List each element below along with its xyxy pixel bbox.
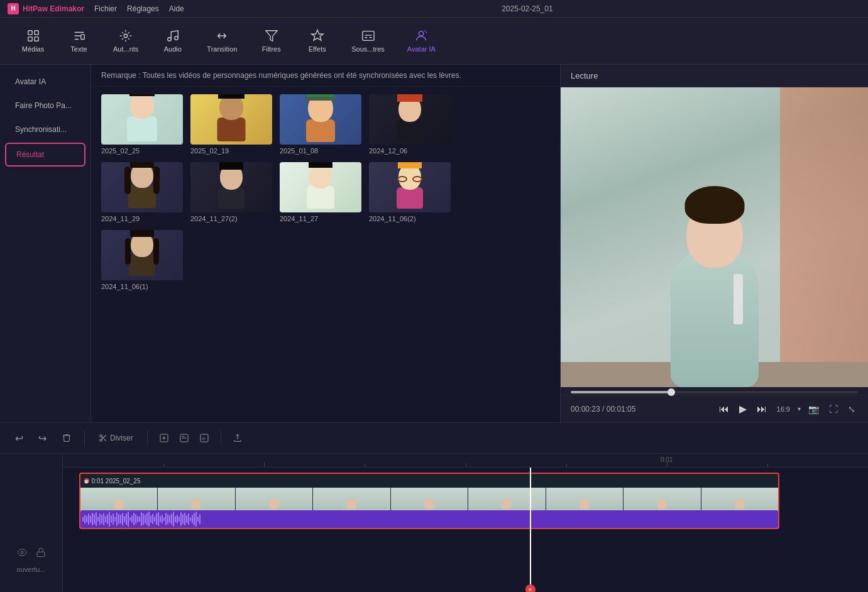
media-item-8[interactable]: 2024_11_06(2) [369,162,451,222]
media-thumb-2 [190,94,272,145]
sidebar-item-faire-photo[interactable]: Faire Photo Pa... [5,95,85,116]
tl-lock-icon[interactable] [34,545,48,559]
menu-fichier[interactable]: Fichier [94,4,117,13]
toolbar-medias-label: Médias [22,45,44,53]
svg-point-16 [21,551,23,554]
progress-bar[interactable] [571,391,858,393]
wbar [199,514,201,524]
toolbar-audio[interactable]: Audio [152,25,193,57]
wbar [194,513,195,525]
fullscreen-button[interactable]: ⛶ [827,403,840,415]
wbar [169,515,170,523]
divider-2 [147,430,148,446]
tl-eye-icon[interactable] [15,545,29,559]
sidebar-item-resultat[interactable]: Résultat [5,143,85,167]
wbar [116,512,118,526]
aspect-ratio-chevron: ▾ [798,405,801,412]
toolbar-sous-titres[interactable]: Sous...tres [343,25,393,57]
wbar [94,514,95,524]
audio-waveform [80,510,778,528]
skip-forward-button[interactable]: ⏭ [754,401,769,417]
toolbar-medias[interactable]: Médias [13,25,53,57]
toolbar-animations[interactable]: Aut...nts [104,25,147,57]
media-item-1[interactable]: 2025_02_25 [101,94,183,155]
export-button[interactable] [229,429,246,447]
media-item-2[interactable]: 2025_02_19 [190,94,272,155]
delete-button[interactable] [57,429,77,447]
wbar [197,517,199,522]
wbar [128,512,129,527]
track-label: ouvertu... [17,566,46,573]
wbar [105,516,106,522]
undo-button[interactable]: ↩ [10,429,28,448]
toolbar-avatar-ia[interactable]: Avatar IA [398,25,444,57]
media-item-7[interactable]: 2024_11_27 [280,162,361,222]
toolbar-filtres[interactable]: Filtres [251,25,292,57]
split-button[interactable]: Diviser [92,430,140,446]
video-track: ⬤ 0:01 2025_02_25 [63,468,868,592]
skip-back-button[interactable]: ⏮ [717,401,732,417]
sidebar-item-avatar-ia[interactable]: Avatar IA [5,71,85,92]
preview-image [561,87,868,387]
svg-point-6 [168,38,172,41]
ruler-tick-3 [667,461,667,467]
grid-icon [26,29,40,43]
media-item-5[interactable]: 2024_11_29 [101,162,183,222]
wbar [152,514,153,524]
toolbar-texte[interactable]: Texte [58,25,99,57]
wbar [182,514,184,524]
wbar [171,513,172,525]
total-time: 00:01:05 [607,405,636,414]
timeline-area: ouvertu... 0:01 ✕ ⬤ [0,454,868,592]
toolbar-transition[interactable]: Transition [198,25,246,57]
right-panel: Lecture [560,65,868,422]
toolbar-effets[interactable]: Effets [297,25,338,57]
progress-container [561,387,868,395]
divider-1 [84,430,85,446]
svg-point-5 [124,34,128,38]
wbar [126,513,127,525]
media-item-3[interactable]: 2025_01_08 [280,94,361,155]
wbar [141,512,142,526]
app-name: HitPaw Edimakor [23,4,84,13]
track-clip[interactable]: ⬤ 0:01 2025_02_25 [79,473,779,529]
crop-button[interactable]: ⤡ [845,403,858,415]
media-item-6[interactable]: 2024_11_27(2) [190,162,272,222]
ai-icon: AI [199,433,209,443]
ruler-tick-2 [466,463,466,467]
wbar [160,516,161,522]
svg-rect-3 [34,37,38,41]
transition-icon [215,29,229,43]
menu-aide[interactable]: Aide [169,4,184,13]
redo-button[interactable]: ↪ [33,429,52,448]
menu-reglages[interactable]: Réglages [127,4,159,13]
audio-icon [166,29,180,43]
avatar-icon [414,29,428,43]
toolbar-animations-label: Aut...nts [113,45,138,53]
subtitle-icon [361,29,375,43]
freeze-button[interactable] [155,429,173,447]
screenshot-button[interactable]: 📷 [806,403,821,415]
media-thumb-9 [101,230,183,280]
wbar [111,515,112,523]
ai-button[interactable]: AI [195,429,213,447]
media-thumb-7 [280,162,361,212]
media-label-6: 2024_11_27(2) [190,215,272,222]
freeze-icon [159,433,169,443]
preview-controls: 00:00:23 / 00:01:05 ⏮ ▶ ⏭ 16:9 ▾ 📷 ⛶ ⤡ [561,395,868,422]
toolbar-transition-label: Transition [207,45,237,53]
toolbar: Médias Texte Aut...nts Audio Transition … [0,18,868,65]
logo-icon: H [8,3,19,14]
toolbar-audio-label: Audio [164,45,182,53]
media-item-9[interactable]: 2024_11_06(1) [101,230,183,290]
toolbar-texte-label: Texte [70,45,87,53]
text-overlay-icon [179,433,189,443]
media-item-4[interactable]: 2024_12_06 [369,94,451,155]
split-label: Diviser [110,434,133,442]
wbar [84,515,85,523]
sidebar-item-synchronisation[interactable]: Synchronisati... [5,119,85,140]
svg-rect-8 [362,31,373,41]
time-sep: / [602,405,607,414]
text-overlay-button[interactable] [175,429,193,447]
play-pause-button[interactable]: ▶ [737,400,749,417]
